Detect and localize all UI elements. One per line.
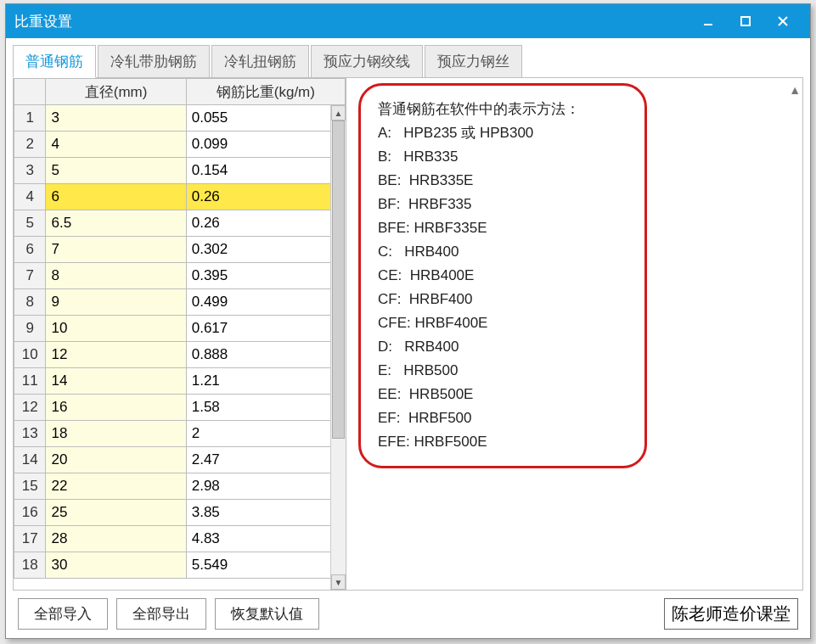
diameter-cell[interactable]: 18 bbox=[46, 421, 186, 447]
diameter-cell[interactable]: 20 bbox=[46, 447, 186, 473]
table-row[interactable]: 11141.21 bbox=[14, 368, 346, 395]
table-row[interactable]: 15222.98 bbox=[14, 473, 346, 500]
import-all-button[interactable]: 全部导入 bbox=[18, 598, 108, 630]
diameter-cell[interactable]: 12 bbox=[46, 342, 186, 368]
info-line: A: HPB235 或 HPB300 bbox=[378, 121, 627, 145]
window-controls bbox=[689, 4, 802, 38]
info-line: CE: HRB400E bbox=[378, 264, 627, 288]
rebar-code-info: 普通钢筋在软件中的表示方法： A: HPB235 或 HPB300B: HRB3… bbox=[358, 83, 647, 468]
svg-rect-1 bbox=[741, 17, 750, 25]
table-row[interactable]: 10120.888 bbox=[14, 342, 346, 368]
diameter-cell[interactable]: 22 bbox=[46, 473, 186, 500]
diameter-cell[interactable]: 7 bbox=[46, 237, 186, 263]
weight-cell[interactable]: 0.302 bbox=[186, 237, 345, 263]
tab-0[interactable]: 普通钢筋 bbox=[13, 45, 96, 78]
right-pane: ▲ 普通钢筋在软件中的表示方法： A: HPB235 或 HPB300B: HR… bbox=[346, 78, 802, 590]
scroll-down-icon[interactable]: ▼ bbox=[331, 574, 346, 590]
row-number: 16 bbox=[14, 500, 46, 526]
tab-1[interactable]: 冷轧带肋钢筋 bbox=[98, 45, 210, 78]
diameter-cell[interactable]: 25 bbox=[46, 500, 186, 526]
weight-cell[interactable]: 2.98 bbox=[186, 473, 345, 500]
weight-table: 直径(mm) 钢筋比重(kg/m) 130.055240.099350.1544… bbox=[14, 78, 346, 579]
table-row[interactable]: 56.50.26 bbox=[14, 210, 346, 237]
diameter-cell[interactable]: 8 bbox=[46, 263, 186, 289]
weight-cell[interactable]: 0.499 bbox=[186, 289, 345, 316]
table-row[interactable]: 460.26 bbox=[14, 184, 346, 210]
weight-cell[interactable]: 0.26 bbox=[186, 184, 345, 210]
app-window: 比重设置 普通钢筋冷轧带肋钢筋冷轧扭钢筋预应力钢绞线预应力钢丝 bbox=[5, 3, 811, 639]
weight-cell[interactable]: 1.58 bbox=[186, 395, 345, 421]
info-line: E: HRB500 bbox=[378, 359, 627, 383]
col-diameter[interactable]: 直径(mm) bbox=[46, 79, 186, 105]
scroll-thumb[interactable] bbox=[332, 120, 345, 439]
weight-cell[interactable]: 0.099 bbox=[186, 132, 345, 158]
table-row[interactable]: 12161.58 bbox=[14, 395, 346, 421]
diameter-cell[interactable]: 4 bbox=[46, 132, 186, 158]
table-row[interactable]: 13182 bbox=[14, 421, 346, 447]
table-row[interactable]: 17284.83 bbox=[14, 526, 346, 552]
table-row[interactable]: 780.395 bbox=[14, 263, 346, 289]
diameter-cell[interactable]: 6.5 bbox=[46, 210, 186, 237]
row-number: 10 bbox=[14, 342, 46, 368]
row-number: 1 bbox=[14, 105, 46, 132]
row-number: 12 bbox=[14, 395, 46, 421]
weight-cell[interactable]: 5.549 bbox=[186, 552, 345, 579]
table-row[interactable]: 130.055 bbox=[14, 105, 346, 132]
diameter-cell[interactable]: 3 bbox=[46, 105, 186, 132]
info-line: CFE: HRBF400E bbox=[378, 311, 627, 335]
row-number: 9 bbox=[14, 316, 46, 342]
table-row[interactable]: 18305.549 bbox=[14, 552, 346, 579]
left-pane: 直径(mm) 钢筋比重(kg/m) 130.055240.099350.1544… bbox=[14, 78, 346, 590]
diameter-cell[interactable]: 28 bbox=[46, 526, 186, 552]
close-button[interactable] bbox=[764, 4, 802, 38]
row-number: 2 bbox=[14, 132, 46, 158]
info-line: EF: HRBF500 bbox=[378, 406, 627, 430]
weight-cell[interactable]: 0.888 bbox=[186, 342, 345, 368]
row-number: 5 bbox=[14, 210, 46, 237]
table-row[interactable]: 16253.85 bbox=[14, 500, 346, 526]
right-scroll-up-icon[interactable]: ▲ bbox=[789, 83, 801, 97]
maximize-button[interactable] bbox=[727, 4, 764, 38]
weight-cell[interactable]: 0.055 bbox=[186, 105, 345, 132]
diameter-cell[interactable]: 30 bbox=[46, 552, 186, 579]
col-weight[interactable]: 钢筋比重(kg/m) bbox=[186, 79, 345, 105]
info-line: BFE: HRBF335E bbox=[378, 216, 627, 240]
weight-cell[interactable]: 0.617 bbox=[186, 316, 345, 342]
table-scrollbar[interactable]: ▲ ▼ bbox=[330, 105, 346, 590]
info-line: CF: HRBF400 bbox=[378, 288, 627, 311]
table-row[interactable]: 670.302 bbox=[14, 237, 346, 263]
diameter-cell[interactable]: 14 bbox=[46, 368, 186, 395]
table-row[interactable]: 14202.47 bbox=[14, 447, 346, 473]
row-number: 6 bbox=[14, 237, 46, 263]
diameter-cell[interactable]: 10 bbox=[46, 316, 186, 342]
weight-cell[interactable]: 4.83 bbox=[186, 526, 345, 552]
diameter-cell[interactable]: 6 bbox=[46, 184, 186, 210]
weight-cell[interactable]: 2 bbox=[186, 421, 345, 447]
scroll-up-icon[interactable]: ▲ bbox=[331, 105, 346, 120]
info-line: EE: HRB500E bbox=[378, 383, 627, 406]
tab-2[interactable]: 冷轧扭钢筋 bbox=[211, 45, 309, 78]
table-row[interactable]: 9100.617 bbox=[14, 316, 346, 342]
brand-label: 陈老师造价课堂 bbox=[664, 598, 798, 630]
diameter-cell[interactable]: 16 bbox=[46, 395, 186, 421]
table-row[interactable]: 890.499 bbox=[14, 289, 346, 316]
export-all-button[interactable]: 全部导出 bbox=[116, 598, 206, 630]
weight-cell[interactable]: 0.26 bbox=[186, 210, 345, 237]
scroll-track[interactable] bbox=[331, 120, 346, 574]
tab-3[interactable]: 预应力钢绞线 bbox=[311, 45, 423, 78]
table-row[interactable]: 240.099 bbox=[14, 132, 346, 158]
weight-cell[interactable]: 0.154 bbox=[186, 158, 345, 184]
weight-cell[interactable]: 3.85 bbox=[186, 500, 345, 526]
weight-cell[interactable]: 2.47 bbox=[186, 447, 345, 473]
restore-defaults-button[interactable]: 恢复默认值 bbox=[215, 598, 319, 630]
minimize-button[interactable] bbox=[689, 4, 727, 38]
row-number: 3 bbox=[14, 158, 46, 184]
diameter-cell[interactable]: 5 bbox=[46, 158, 186, 184]
info-title: 普通钢筋在软件中的表示方法： bbox=[378, 98, 627, 121]
diameter-cell[interactable]: 9 bbox=[46, 289, 186, 316]
weight-cell[interactable]: 1.21 bbox=[186, 368, 345, 395]
weight-cell[interactable]: 0.395 bbox=[186, 263, 345, 289]
content-area: 直径(mm) 钢筋比重(kg/m) 130.055240.099350.1544… bbox=[13, 77, 803, 591]
tab-4[interactable]: 预应力钢丝 bbox=[425, 45, 522, 78]
table-row[interactable]: 350.154 bbox=[14, 158, 346, 184]
